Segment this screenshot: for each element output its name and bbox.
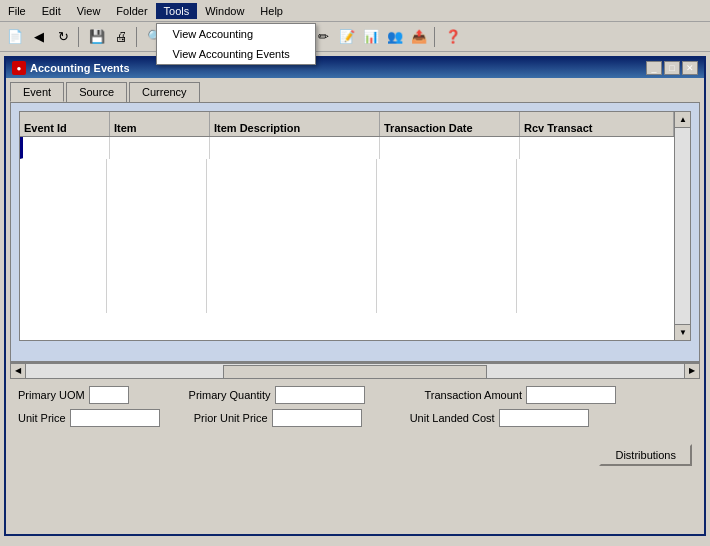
cell-trans-date-0[interactable] bbox=[380, 137, 520, 159]
cell-item-4[interactable] bbox=[107, 225, 207, 247]
cell-trans-date-6[interactable] bbox=[377, 269, 517, 291]
cell-item-1[interactable] bbox=[107, 159, 207, 181]
table-row[interactable] bbox=[20, 181, 690, 203]
cell-rcv-trans-0[interactable] bbox=[520, 137, 690, 159]
cell-desc-6[interactable] bbox=[207, 269, 377, 291]
table-row[interactable] bbox=[20, 159, 690, 181]
tab-currency[interactable]: Currency bbox=[129, 82, 200, 102]
close-button[interactable]: ✕ bbox=[682, 61, 698, 75]
cell-item-3[interactable] bbox=[107, 203, 207, 225]
toolbar-back[interactable]: ◀ bbox=[28, 26, 50, 48]
hscroll-thumb[interactable] bbox=[223, 365, 486, 379]
toolbar-users[interactable]: 👥 bbox=[384, 26, 406, 48]
cell-desc-2[interactable] bbox=[207, 181, 377, 203]
menu-folder[interactable]: Folder bbox=[108, 3, 155, 19]
cell-rcv-trans-3[interactable] bbox=[517, 203, 690, 225]
cell-desc-5[interactable] bbox=[207, 247, 377, 269]
table-row[interactable] bbox=[20, 247, 690, 269]
table-row[interactable] bbox=[20, 269, 690, 291]
toolbar-new[interactable]: 📄 bbox=[4, 26, 26, 48]
distributions-button[interactable]: Distributions bbox=[599, 444, 692, 466]
cell-event-id-7[interactable] bbox=[20, 291, 107, 313]
cell-event-id-6[interactable] bbox=[20, 269, 107, 291]
hscroll-right[interactable]: ▶ bbox=[684, 363, 700, 379]
table-row[interactable] bbox=[20, 225, 690, 247]
dropdown-view-accounting-events[interactable]: View Accounting Events bbox=[157, 44, 315, 64]
cell-rcv-trans-2[interactable] bbox=[517, 181, 690, 203]
cell-event-id-4[interactable] bbox=[20, 225, 107, 247]
dropdown-view-accounting[interactable]: View Accounting bbox=[157, 24, 315, 44]
cell-trans-date-7[interactable] bbox=[377, 291, 517, 313]
unit-landed-cost-input[interactable] bbox=[499, 409, 589, 427]
cell-rcv-trans-6[interactable] bbox=[517, 269, 690, 291]
vscroll-up[interactable]: ▲ bbox=[675, 112, 691, 128]
cell-item-6[interactable] bbox=[107, 269, 207, 291]
hscroll-left[interactable]: ◀ bbox=[10, 363, 26, 379]
main-window: ● Accounting Events _ □ ✕ Event Source C… bbox=[4, 56, 706, 536]
unit-landed-cost-group: Unit Landed Cost bbox=[410, 409, 589, 427]
cell-desc-3[interactable] bbox=[207, 203, 377, 225]
window-titlebar: ● Accounting Events _ □ ✕ bbox=[6, 58, 704, 78]
cell-item-2[interactable] bbox=[107, 181, 207, 203]
primary-uom-input[interactable] bbox=[89, 386, 129, 404]
toolbar-help[interactable]: ❓ bbox=[442, 26, 464, 48]
primary-uom-label: Primary UOM bbox=[18, 389, 85, 401]
menu-help[interactable]: Help bbox=[252, 3, 291, 19]
vscroll-down[interactable]: ▼ bbox=[675, 324, 691, 340]
cell-trans-date-1[interactable] bbox=[377, 159, 517, 181]
unit-landed-cost-label: Unit Landed Cost bbox=[410, 412, 495, 424]
trans-amount-input[interactable] bbox=[526, 386, 616, 404]
cell-desc-7[interactable] bbox=[207, 291, 377, 313]
cell-rcv-trans-4[interactable] bbox=[517, 225, 690, 247]
toolbar-export[interactable]: 📤 bbox=[408, 26, 430, 48]
menu-window[interactable]: Window bbox=[197, 3, 252, 19]
cell-item-5[interactable] bbox=[107, 247, 207, 269]
toolbar-refresh[interactable]: ↻ bbox=[52, 26, 74, 48]
cell-event-id-5[interactable] bbox=[20, 247, 107, 269]
unit-price-input[interactable] bbox=[70, 409, 160, 427]
maximize-button[interactable]: □ bbox=[664, 61, 680, 75]
menu-edit[interactable]: Edit bbox=[34, 3, 69, 19]
cell-event-id-2[interactable] bbox=[20, 181, 107, 203]
cell-trans-date-3[interactable] bbox=[377, 203, 517, 225]
cell-rcv-trans-5[interactable] bbox=[517, 247, 690, 269]
primary-qty-input[interactable] bbox=[275, 386, 365, 404]
cell-desc-0[interactable] bbox=[210, 137, 380, 159]
cell-desc-1[interactable] bbox=[207, 159, 377, 181]
cell-desc-4[interactable] bbox=[207, 225, 377, 247]
tab-event[interactable]: Event bbox=[10, 82, 64, 102]
vscroll-track[interactable] bbox=[675, 128, 690, 324]
col-header-trans-date: Transaction Date bbox=[380, 112, 520, 136]
vertical-scrollbar[interactable]: ▲ ▼ bbox=[674, 112, 690, 340]
cell-trans-date-5[interactable] bbox=[377, 247, 517, 269]
cell-event-id-0[interactable] bbox=[23, 137, 110, 159]
table-row[interactable] bbox=[20, 291, 690, 313]
toolbar-chart[interactable]: 📊 bbox=[360, 26, 382, 48]
window-title-left: ● Accounting Events bbox=[12, 61, 130, 75]
toolbar-notes[interactable]: 📝 bbox=[336, 26, 358, 48]
minimize-button[interactable]: _ bbox=[646, 61, 662, 75]
cell-rcv-trans-7[interactable] bbox=[517, 291, 690, 313]
trans-amount-group: Transaction Amount bbox=[425, 386, 616, 404]
hscroll-track[interactable] bbox=[26, 363, 684, 379]
cell-rcv-trans-1[interactable] bbox=[517, 159, 690, 181]
table-row[interactable] bbox=[20, 203, 690, 225]
menu-view[interactable]: View bbox=[69, 3, 109, 19]
cell-trans-date-4[interactable] bbox=[377, 225, 517, 247]
horizontal-scrollbar[interactable]: ◀ ▶ bbox=[10, 362, 700, 378]
cell-item-0[interactable] bbox=[110, 137, 210, 159]
cell-event-id-3[interactable] bbox=[20, 203, 107, 225]
cell-item-7[interactable] bbox=[107, 291, 207, 313]
table-header: Event Id Item Item Description Transacti… bbox=[20, 112, 690, 137]
menu-tools[interactable]: Tools bbox=[156, 3, 198, 19]
cell-event-id-1[interactable] bbox=[20, 159, 107, 181]
table-row[interactable] bbox=[20, 137, 690, 159]
toolbar-save[interactable]: 💾 bbox=[86, 26, 108, 48]
tab-source[interactable]: Source bbox=[66, 82, 127, 102]
menu-file[interactable]: File bbox=[0, 3, 34, 19]
content-area: Event Id Item Item Description Transacti… bbox=[10, 102, 700, 362]
cell-trans-date-2[interactable] bbox=[377, 181, 517, 203]
trans-amount-label: Transaction Amount bbox=[425, 389, 522, 401]
prior-unit-price-input[interactable] bbox=[272, 409, 362, 427]
toolbar-print[interactable]: 🖨 bbox=[110, 26, 132, 48]
